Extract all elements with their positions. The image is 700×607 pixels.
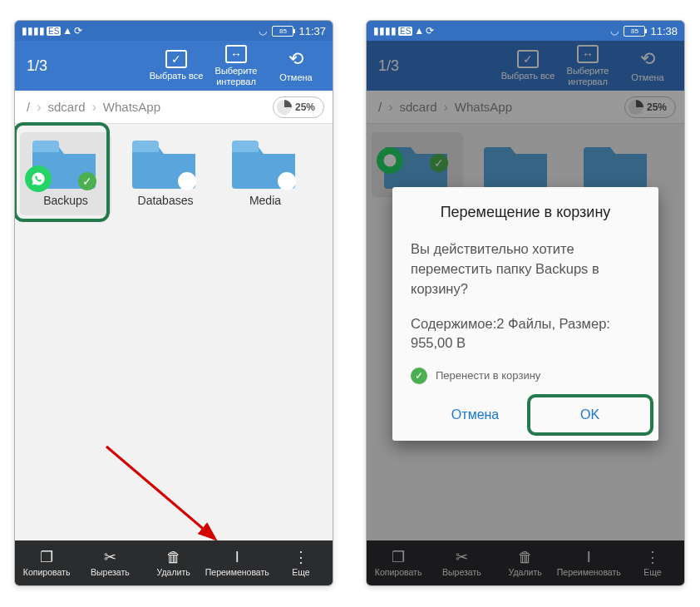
folder-icon <box>484 137 550 189</box>
copy-icon: ❐ <box>40 549 53 565</box>
selection-toolbar: 1/3 ✓ Выбрать все Выберите интервал ⟲ От… <box>367 41 684 91</box>
scissors-icon: ✂ <box>456 549 468 565</box>
rename-button[interactable]: IПереименовать <box>557 540 621 585</box>
svg-point-1 <box>384 155 397 167</box>
battery-icon: 85 <box>624 26 645 37</box>
chevron-right-icon: › <box>441 100 451 115</box>
cancel-selection-button[interactable]: ⟲ Отмена <box>266 48 326 82</box>
svg-line-0 <box>106 447 206 531</box>
undo-icon: ⟲ <box>640 48 655 70</box>
rename-button[interactable]: I Переименовать <box>205 540 269 585</box>
breadcrumb-whatsapp[interactable]: WhatsApp <box>451 100 515 114</box>
chevron-right-icon: › <box>33 100 44 115</box>
interval-icon <box>225 45 247 63</box>
copy-button[interactable]: ❐Копировать <box>367 540 430 585</box>
unselected-dot-icon <box>178 172 196 190</box>
battery-icon: 85 <box>272 26 293 37</box>
dialog-checkbox[interactable]: ✓ Перенести в корзину <box>411 368 640 384</box>
callout-arrow-icon <box>98 438 231 546</box>
rename-icon: I <box>235 549 239 565</box>
cancel-selection-button[interactable]: ⟲ Отмена <box>618 48 678 82</box>
folder-icon <box>584 137 650 189</box>
copy-button[interactable]: ❐ Копировать <box>15 540 78 585</box>
folder-backups[interactable]: ✓ Backups <box>20 132 111 215</box>
more-icon: ⋮ <box>645 549 660 565</box>
select-interval-button[interactable]: Выберите интервал <box>558 45 618 86</box>
warning-icon: ▲ <box>62 25 72 37</box>
check-icon: ✓ <box>517 50 539 68</box>
whatsapp-icon <box>25 165 52 192</box>
file-grid: ✓ Backups Databases Media <box>15 124 333 540</box>
dialog-cancel-button[interactable]: Отмена <box>435 399 515 431</box>
bottom-toolbar: ❐Копировать ✂Вырезать 🗑Удалить IПереимен… <box>367 540 684 585</box>
app-notif-icon: ES <box>398 27 412 36</box>
check-icon: ✓ <box>165 50 187 68</box>
battery-level: 85 <box>631 27 638 35</box>
checkbox-checked-icon: ✓ <box>411 368 427 384</box>
trash-icon: 🗑 <box>518 549 533 565</box>
folder-label: Backups <box>43 194 88 207</box>
interval-icon <box>577 45 599 63</box>
breadcrumb-root[interactable]: / <box>375 100 385 114</box>
dialog-content-info: Содержимое:2 Файлы, Размер: 955,00 B <box>411 314 640 353</box>
chevron-right-icon: › <box>385 100 396 115</box>
pie-icon <box>629 100 643 115</box>
signal-icon: ▮▮▮▮ <box>22 25 45 37</box>
sync-icon: ⟳ <box>426 25 434 37</box>
more-button[interactable]: ⋮Еще <box>621 540 684 585</box>
breadcrumb-root[interactable]: / <box>23 100 33 114</box>
selection-counter: 1/3 <box>378 57 399 75</box>
select-all-button[interactable]: ✓ Выбрать все <box>146 50 206 81</box>
select-interval-button[interactable]: Выберите интервал <box>206 45 266 86</box>
delete-button[interactable]: 🗑Удалить <box>494 540 557 585</box>
sync-icon: ⟳ <box>74 25 82 37</box>
rename-icon: I <box>587 549 591 565</box>
warning-icon: ▲ <box>414 25 424 37</box>
folder-label: Media <box>249 194 281 207</box>
selected-check-icon: ✓ <box>78 172 96 190</box>
phone-left: ▮▮▮▮ ES ▲ ⟳ ◡ 85 11:37 1/3 ✓ Выбрать все… <box>14 20 333 586</box>
folder-label: Databases <box>138 194 194 207</box>
phone-right: ▮▮▮▮ ES ▲ ⟳ ◡ 85 11:38 1/3 ✓ Выбрать все… <box>366 20 685 586</box>
callout-highlight <box>527 394 653 436</box>
app-notif-icon: ES <box>47 27 61 36</box>
breadcrumb-whatsapp[interactable]: WhatsApp <box>100 100 164 114</box>
more-icon: ⋮ <box>293 549 308 565</box>
cut-button[interactable]: ✂ Вырезать <box>78 540 141 585</box>
cut-button[interactable]: ✂Вырезать <box>430 540 493 585</box>
status-bar: ▮▮▮▮ ES ▲ ⟳ ◡ 85 11:37 <box>15 21 333 41</box>
signal-icon: ▮▮▮▮ <box>373 25 397 37</box>
more-button[interactable]: ⋮ Еще <box>269 540 333 585</box>
storage-indicator[interactable]: 25% <box>273 96 324 118</box>
trash-icon: 🗑 <box>166 549 181 565</box>
bottom-toolbar: ❐ Копировать ✂ Вырезать 🗑 Удалить I Пере… <box>15 540 333 585</box>
delete-button[interactable]: 🗑 Удалить <box>142 540 205 585</box>
pie-icon <box>277 100 292 115</box>
storage-percent: 25% <box>647 101 667 113</box>
selection-toolbar: 1/3 ✓ Выбрать все Выберите интервал ⟲ От… <box>15 41 333 91</box>
dialog-title: Перемещение в корзину <box>411 204 640 221</box>
undo-icon: ⟲ <box>288 48 303 70</box>
wifi-icon: ◡ <box>610 25 619 37</box>
breadcrumb-sdcard[interactable]: sdcard <box>397 100 441 114</box>
folder-media[interactable]: Media <box>219 132 311 215</box>
storage-indicator[interactable]: 25% <box>624 96 676 118</box>
breadcrumb: / › sdcard › WhatsApp 25% <box>15 91 333 124</box>
dialog-message: Вы действительно хотите переместить папк… <box>411 239 640 299</box>
select-all-button[interactable]: ✓ Выбрать все <box>498 50 558 81</box>
confirm-dialog: Перемещение в корзину Вы действительно х… <box>392 187 658 441</box>
whatsapp-icon <box>377 147 403 174</box>
folder-databases[interactable]: Databases <box>120 132 211 215</box>
storage-percent: 25% <box>295 101 315 113</box>
status-bar: ▮▮▮▮ ES ▲ ⟳ ◡ 85 11:38 <box>367 21 684 41</box>
breadcrumb-sdcard[interactable]: sdcard <box>45 100 89 114</box>
wifi-icon: ◡ <box>259 25 267 37</box>
selection-counter: 1/3 <box>27 57 47 75</box>
scissors-icon: ✂ <box>104 549 116 565</box>
checkbox-label: Перенести в корзину <box>436 369 540 382</box>
clock: 11:38 <box>650 25 678 37</box>
chevron-right-icon: › <box>89 100 100 115</box>
selected-check-icon: ✓ <box>430 154 448 172</box>
breadcrumb: / › sdcard › WhatsApp 25% <box>367 91 684 124</box>
battery-level: 85 <box>279 27 287 35</box>
